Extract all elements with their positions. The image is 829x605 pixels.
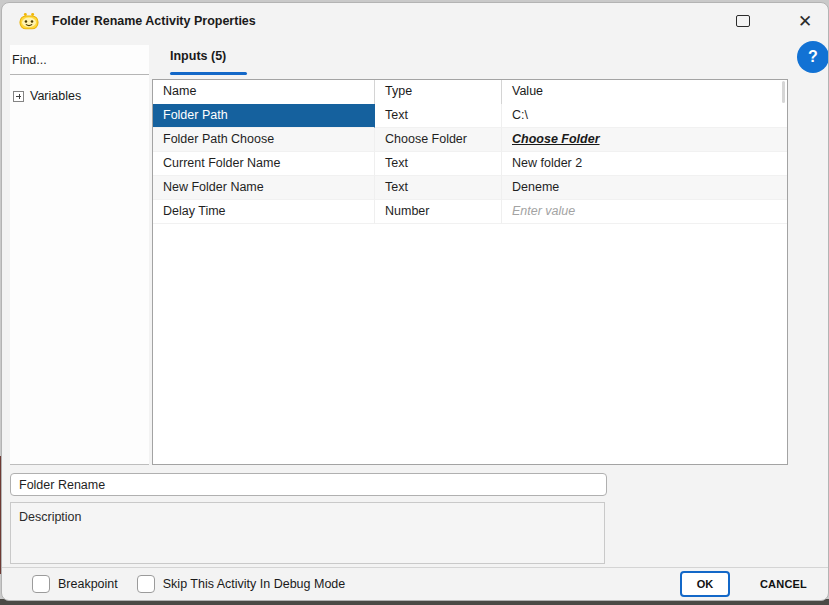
find-input[interactable] [10, 45, 149, 75]
title-bar: Folder Rename Activity Properties ✕ [2, 3, 828, 39]
robot-app-icon [18, 10, 40, 32]
table-row[interactable]: Delay Time Number Enter value [153, 200, 787, 224]
column-header-name[interactable]: Name [153, 80, 375, 104]
window-title: Folder Rename Activity Properties [52, 14, 256, 28]
breakpoint-label: Breakpoint [58, 577, 118, 591]
skip-debug-checkbox[interactable] [137, 575, 155, 593]
cancel-button[interactable]: CANCEL [752, 572, 815, 596]
column-header-value[interactable]: Value [502, 80, 787, 104]
sidebar-item-variables[interactable]: Variables [10, 89, 149, 103]
value-cell[interactable]: Deneme [502, 176, 787, 200]
table-row[interactable]: Folder Path Choose Choose Folder Choose … [153, 128, 787, 152]
breakpoint-checkbox[interactable] [32, 575, 50, 593]
value-cell[interactable]: C:\ [502, 104, 787, 128]
name-cell[interactable]: Delay Time [153, 200, 375, 224]
type-cell: Number [375, 200, 502, 224]
tab-inputs[interactable]: Inputs (5) [170, 49, 226, 63]
active-tab-indicator [170, 72, 247, 75]
sidebar: Variables [10, 45, 149, 465]
expand-plus-icon[interactable] [13, 91, 24, 102]
properties-dialog: Folder Rename Activity Properties ✕ ? Va… [1, 2, 829, 601]
type-cell: Choose Folder [375, 128, 502, 152]
value-cell[interactable]: New folder 2 [502, 152, 787, 176]
column-header-type[interactable]: Type [375, 80, 502, 104]
activity-name-input[interactable] [10, 473, 607, 496]
skip-debug-label: Skip This Activity In Debug Mode [163, 577, 346, 591]
type-cell: Text [375, 104, 502, 128]
type-cell: Text [375, 176, 502, 200]
table-row[interactable]: Current Folder Name Text New folder 2 [153, 152, 787, 176]
ok-button[interactable]: OK [680, 571, 730, 597]
name-cell[interactable]: Folder Path Choose [153, 128, 375, 152]
table-row[interactable]: Folder Path Text C:\ [153, 104, 787, 128]
name-cell[interactable]: New Folder Name [153, 176, 375, 200]
type-cell: Text [375, 152, 502, 176]
tree-item-label: Variables [30, 89, 81, 103]
footer-bar: Breakpoint Skip This Activity In Debug M… [2, 567, 828, 600]
name-cell[interactable]: Folder Path [153, 104, 375, 128]
question-icon: ? [808, 48, 818, 66]
help-button[interactable]: ? [797, 41, 829, 73]
value-input-placeholder[interactable]: Enter value [502, 200, 787, 224]
choose-folder-link[interactable]: Choose Folder [512, 132, 600, 146]
table-header: Name Type Value [153, 80, 787, 104]
name-cell[interactable]: Current Folder Name [153, 152, 375, 176]
screen: Folder Rename Activity Properties ✕ ? Va… [0, 0, 829, 605]
table-scrollbar[interactable] [782, 81, 785, 103]
close-icon[interactable]: ✕ [790, 6, 820, 36]
table-row[interactable]: New Folder Name Text Deneme [153, 176, 787, 200]
properties-table: Name Type Value Folder Path Text C:\ Fol… [152, 79, 788, 465]
description-textarea[interactable] [10, 502, 605, 564]
maximize-icon[interactable] [736, 15, 750, 27]
